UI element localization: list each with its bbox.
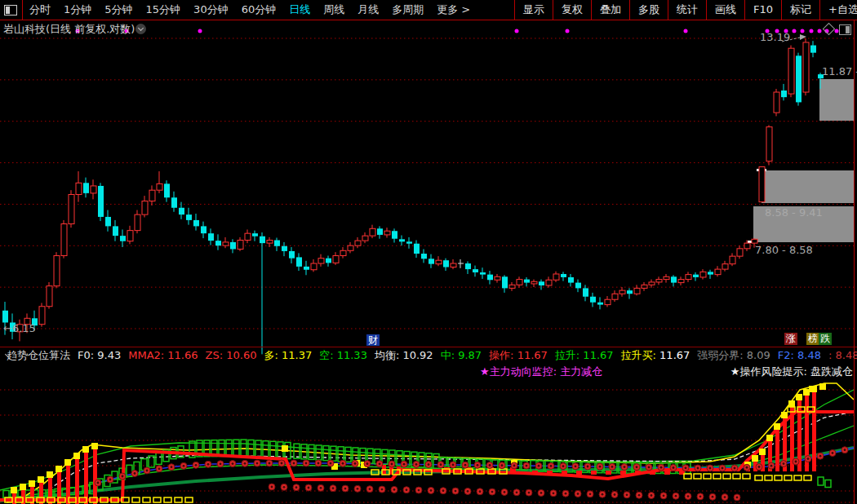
fall-badge[interactable]: 跌 xyxy=(819,333,832,345)
rank-badge[interactable]: 榜 xyxy=(806,333,819,345)
title-row: 岩山科技(日线 前复权.对数) xyxy=(0,20,857,37)
indicator-name: 趋势仓位算法 xyxy=(7,348,70,363)
period-tab-月线[interactable]: 月线 xyxy=(357,2,379,17)
period-tab-周线[interactable]: 周线 xyxy=(323,2,344,17)
indicator-item: 均衡: 10.92 xyxy=(375,349,433,361)
tool-button-画线[interactable]: 画线 xyxy=(706,0,744,20)
period-tab-日线[interactable]: 日线 xyxy=(289,2,310,17)
low-price-label: ←6.15 xyxy=(3,322,36,334)
gap-zone-label-lower: 7.80 - 8.58 xyxy=(755,244,813,256)
panel-toggle-icon[interactable] xyxy=(839,24,851,35)
chevron-down-icon[interactable] xyxy=(135,24,146,34)
indicator-item: F2: 8.48 xyxy=(778,349,821,361)
risk-alert: ★操作风险提示: 盘跌减仓 xyxy=(730,365,853,379)
indicator-item: 多: 11.37 xyxy=(264,349,312,361)
period-tab-多周期[interactable]: 多周期 xyxy=(392,2,424,17)
indicator-item: MMA2: 11.66 xyxy=(128,349,198,361)
tool-button-统计[interactable]: 统计 xyxy=(668,0,706,20)
period-tab-1分钟[interactable]: 1分钟 xyxy=(64,2,91,17)
indicator-item: 拉升买: 11.67 xyxy=(621,349,690,361)
indicator-item: 强弱分界: 8.09 xyxy=(697,349,770,361)
indicator-item: 操作: 11.67 xyxy=(489,349,548,361)
tool-button-多股[interactable]: 多股 xyxy=(629,0,668,20)
tool-button-+自选[interactable]: +自选 xyxy=(819,0,857,20)
gap-zone-label-upper: 8.58 - 9.41 xyxy=(765,206,823,219)
period-tab-分时[interactable]: 分时 xyxy=(29,2,51,17)
indicator-item: 拉升: 11.67 xyxy=(555,349,614,361)
tool-button-显示[interactable]: 显示 xyxy=(514,0,553,20)
tools-menu: 显示复权叠加多股统计画线F10标记+自选 xyxy=(514,0,857,20)
indicator-status-bar: 趋势仓位算法 F0: 9.43MMA2: 11.66ZS: 10.60多: 11… xyxy=(0,347,857,364)
period-tab-60分钟[interactable]: 60分钟 xyxy=(242,2,277,17)
period-tab-5分钟[interactable]: 5分钟 xyxy=(104,2,132,17)
rise-badge[interactable]: 涨 xyxy=(784,333,797,345)
high-price-label: 13.19 xyxy=(760,31,790,43)
indicator-item: ZS: 10.60 xyxy=(206,349,257,361)
period-tab-30分钟[interactable]: 30分钟 xyxy=(193,2,229,17)
indicator-item: 中: 9.87 xyxy=(441,349,482,361)
indicator-values: F0: 9.43MMA2: 11.66ZS: 10.60多: 11.37空: 1… xyxy=(78,348,857,363)
top-toolbar: 分时1分钟5分钟15分钟30分钟60分钟日线周线月线多周期更多 > 显示复权叠加… xyxy=(0,0,857,20)
last-price-label: 11.87 - xyxy=(822,65,857,77)
period-menu: 分时1分钟5分钟15分钟30分钟60分钟日线周线月线多周期更多 > xyxy=(29,0,483,20)
stock-app-window: 分时1分钟5分钟15分钟30分钟60分钟日线周线月线多周期更多 > 显示复权叠加… xyxy=(0,0,857,504)
indicator-item: F0: 9.43 xyxy=(78,349,121,361)
stock-title: 岩山科技(日线 前复权.对数) xyxy=(3,22,135,37)
chart-graphics[interactable] xyxy=(0,0,857,504)
toolbar-separator xyxy=(22,0,23,20)
tool-button-叠加[interactable]: 叠加 xyxy=(591,0,629,20)
window-layout-icon[interactable] xyxy=(4,5,17,15)
indicator-item: 空: 11.33 xyxy=(319,349,367,361)
tool-button-F10[interactable]: F10 xyxy=(744,0,781,20)
tool-button-复权[interactable]: 复权 xyxy=(553,0,591,20)
financial-report-badge[interactable]: 财 xyxy=(366,334,380,346)
right-border-line xyxy=(854,20,855,504)
diamond-icon[interactable] xyxy=(823,23,836,36)
period-tab-15分钟[interactable]: 15分钟 xyxy=(146,2,181,17)
tool-button-标记[interactable]: 标记 xyxy=(781,0,819,20)
indicator-item: : 8.48 xyxy=(828,349,857,361)
period-tab-更多 >[interactable]: 更多 > xyxy=(437,2,470,17)
alert-row: ★主力动向监控: 主力减仓 ★操作风险提示: 盘跌减仓 xyxy=(0,364,857,378)
main-force-alert: ★主力动向监控: 主力减仓 xyxy=(480,365,602,379)
